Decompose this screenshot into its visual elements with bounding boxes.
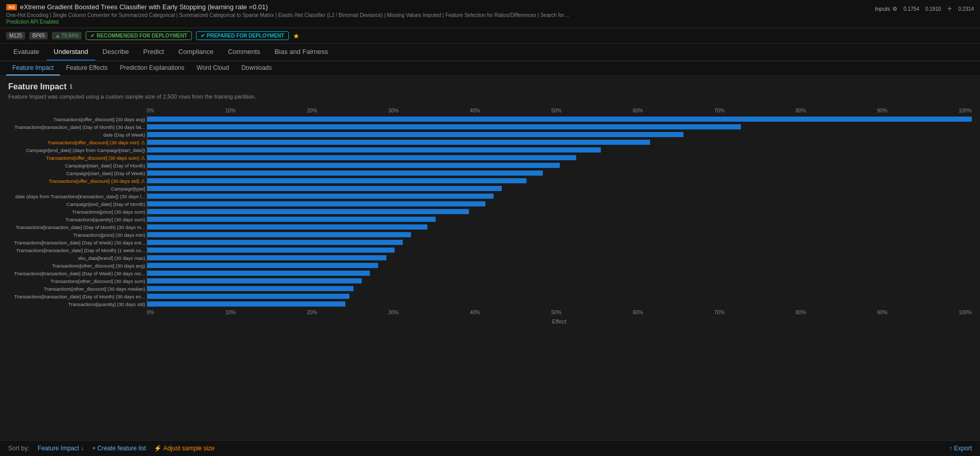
bar-row: Transactions[transaction_date] (Day of M… bbox=[147, 293, 972, 300]
section-title-text: Feature Impact bbox=[8, 82, 67, 91]
bar-row: Transactions[transaction_date] (Day of M… bbox=[147, 223, 972, 231]
bar-fill bbox=[147, 240, 403, 245]
header: XG eXtreme Gradient Boosted Trees Classi… bbox=[0, 0, 980, 28]
bar-fill bbox=[147, 194, 494, 199]
bar-label: Transactions[transaction_date] (Day of M… bbox=[9, 224, 145, 230]
recommended-badge[interactable]: ✔ RECOMMENDED FOR DEPLOYMENT bbox=[86, 31, 192, 40]
subtab-word-cloud[interactable]: Word Cloud bbox=[190, 61, 235, 75]
up-arrow-icon: ▲ bbox=[55, 33, 60, 39]
m125-badge: M125 bbox=[6, 32, 25, 40]
bar-fill bbox=[147, 263, 378, 268]
bar-label: Campaign[start_date] (Day of Month) bbox=[9, 163, 145, 168]
bar-label: Campaign[end_date] (days from Campaign[s… bbox=[9, 147, 145, 153]
bars-container: Transactions[offer_discount] (30 days av… bbox=[147, 116, 972, 308]
bar-fill bbox=[147, 209, 469, 214]
bar-fill bbox=[147, 124, 741, 129]
add-input-button[interactable]: + bbox=[947, 4, 952, 13]
bar-row: Transactions[offer_discount] (30 days mi… bbox=[147, 139, 972, 146]
prepared-badge[interactable]: ✔ PREPARED FOR DEPLOYMENT bbox=[196, 31, 289, 40]
tab-predict[interactable]: Predict bbox=[136, 44, 171, 61]
subtab-feature-impact[interactable]: Feature Impact bbox=[6, 61, 60, 75]
main-content: Feature Impact ℹ Feature Impact was comp… bbox=[0, 76, 980, 331]
bar-row: Transactions[other_discount] (30 days su… bbox=[147, 277, 972, 284]
bar-fill bbox=[147, 294, 349, 299]
badge-row: M125 BP65 ▲ 79.84% ✔ RECOMMENDED FOR DEP… bbox=[0, 28, 980, 44]
axis-bottom: 0% 10% 20% 30% 40% 50% 60% 70% 80% 90% 1… bbox=[147, 310, 972, 315]
bar-label: Transactions[quantity] (30 days std) bbox=[9, 301, 145, 307]
bar-label: sku_data[brand] (30 days max) bbox=[9, 255, 145, 261]
settings-icon[interactable]: ⚙ bbox=[892, 6, 897, 12]
bar-row: sku_data[brand] (30 days max) bbox=[147, 254, 972, 261]
recommended-label: RECOMMENDED FOR DEPLOYMENT bbox=[96, 33, 187, 39]
bar-label: Transactions[offer_discount] (30 days mi… bbox=[9, 140, 145, 145]
bar-row: Transactions[transaction_date] (Day of W… bbox=[147, 239, 972, 246]
bar-fill bbox=[147, 147, 601, 153]
bar-label: Transactions[transaction_date] (Day of M… bbox=[9, 294, 145, 299]
bar-label: date (days from Transactions[transaction… bbox=[9, 194, 145, 199]
bar-row: date (Day of Week) bbox=[147, 131, 972, 138]
bar-fill bbox=[147, 163, 560, 168]
bar-row: Campaign[end_date] (Day of Month) bbox=[147, 200, 972, 207]
bar-row: Transactions[quantity] (30 days std) bbox=[147, 300, 972, 308]
tab-comments[interactable]: Comments bbox=[221, 44, 267, 61]
tab-evaluate[interactable]: Evaluate bbox=[6, 44, 47, 61]
bar-row: Transactions[other_discount] (30 days av… bbox=[147, 262, 972, 269]
tab-compliance[interactable]: Compliance bbox=[171, 44, 221, 61]
bar-label: Transactions[offer_discount] (30 days av… bbox=[9, 117, 145, 122]
subtab-downloads[interactable]: Downloads bbox=[235, 61, 278, 75]
prepared-label: PREPARED FOR DEPLOYMENT bbox=[207, 33, 284, 39]
header-subtitle: One-Hot Encoding | Single Column Convert… bbox=[6, 12, 571, 18]
subtab-prediction-explanations[interactable]: Prediction Explanations bbox=[114, 61, 190, 75]
bar-fill bbox=[147, 132, 683, 137]
bar-label: Transactions[transaction_date] (Day of M… bbox=[9, 248, 145, 253]
bar-fill bbox=[147, 117, 972, 122]
bar-label: Transactions[other_discount] (30 days av… bbox=[9, 263, 145, 269]
inputs-label: Inputs ⚙ bbox=[875, 6, 897, 12]
tab-understand[interactable]: Understand bbox=[47, 44, 95, 61]
bar-fill bbox=[147, 224, 427, 230]
bar-row: Transactions[transaction_date] (Day of M… bbox=[147, 246, 972, 254]
bar-row: Transactions[offer_discount] (30 days st… bbox=[147, 177, 972, 184]
check-icon2: ✔ bbox=[201, 33, 205, 39]
main-tabs: Evaluate Understand Describe Predict Com… bbox=[0, 44, 980, 61]
check-icon: ✔ bbox=[90, 33, 94, 39]
bar-fill bbox=[147, 255, 386, 260]
bar-label: Transactions[transaction_date] (Day of W… bbox=[9, 240, 145, 245]
bar-label: Campaign[start_date] (Day of Week) bbox=[9, 170, 145, 176]
axis-top: 0% 10% 20% 30% 40% 50% 60% 70% 80% 90% 1… bbox=[147, 108, 972, 113]
header-title: XG eXtreme Gradient Boosted Trees Classi… bbox=[6, 3, 974, 11]
subtab-feature-effects[interactable]: Feature Effects bbox=[60, 61, 114, 75]
bar-row: Campaign[type] bbox=[147, 185, 972, 192]
bar-row: Transactions[price] (30 days sum) bbox=[147, 208, 972, 215]
bar-fill bbox=[147, 217, 436, 222]
bar-fill bbox=[147, 278, 362, 283]
chart-inner: 0% 10% 20% 30% 40% 50% 60% 70% 80% 90% 1… bbox=[147, 108, 972, 325]
bar-fill bbox=[147, 186, 502, 191]
bar-label: Transactions[transaction_date] (Day of W… bbox=[9, 271, 145, 276]
bar-label: Transactions[transaction_date] (Day of M… bbox=[9, 124, 145, 130]
favorite-star[interactable]: ★ bbox=[293, 32, 300, 40]
bar-fill bbox=[147, 286, 354, 291]
bar-row: Transactions[transaction_date] (Day of W… bbox=[147, 270, 972, 277]
bar-fill bbox=[147, 201, 485, 206]
bar-row: Transactions[transaction_date] (Day of M… bbox=[147, 123, 972, 130]
bar-fill bbox=[147, 248, 395, 253]
bar-row: Campaign[start_date] (Day of Week) bbox=[147, 169, 972, 177]
bar-fill bbox=[147, 271, 370, 276]
xg-badge: XG bbox=[6, 4, 17, 10]
bar-label: Campaign[type] bbox=[9, 186, 145, 192]
bar-label: Transactions[price] (30 days sum) bbox=[9, 209, 145, 215]
inputs-text: Inputs bbox=[875, 6, 890, 12]
subtabs: Feature Impact Feature Effects Predictio… bbox=[0, 61, 980, 76]
info-icon[interactable]: ℹ bbox=[70, 83, 72, 90]
bp65-badge: BP65 bbox=[29, 32, 48, 40]
tab-describe[interactable]: Describe bbox=[95, 44, 136, 61]
input-val-2: 0.1910 bbox=[925, 6, 941, 12]
bar-fill bbox=[147, 140, 650, 145]
bar-fill bbox=[147, 155, 576, 160]
tab-bias-fairness[interactable]: Bias and Fairness bbox=[267, 44, 335, 61]
bar-row: Campaign[start_date] (Day of Month) bbox=[147, 162, 972, 169]
accuracy-badge: ▲ 79.84% bbox=[52, 32, 82, 40]
bar-row: Transactions[offer_discount] (30 days su… bbox=[147, 154, 972, 161]
model-title: eXtreme Gradient Boosted Trees Classifie… bbox=[20, 3, 268, 11]
